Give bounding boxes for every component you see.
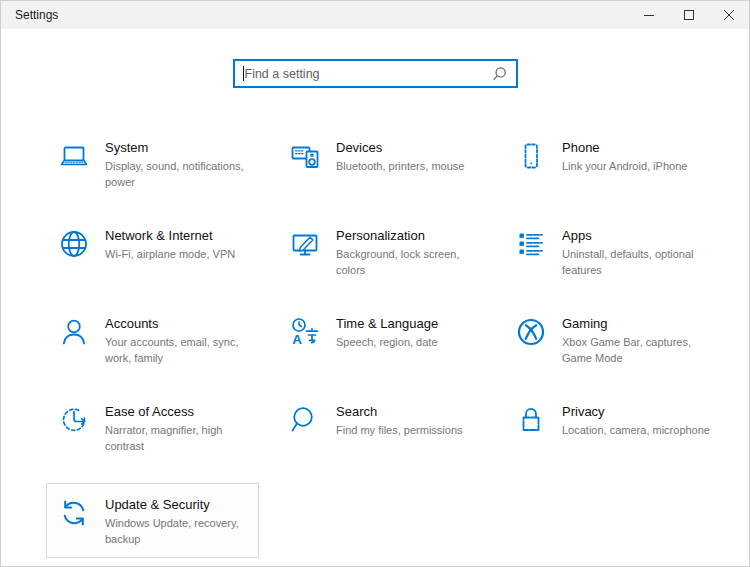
tile-subtitle: Background, lock screen, colors — [336, 247, 489, 278]
search-icon — [289, 404, 321, 436]
tile-title: Network & Internet — [105, 228, 258, 244]
tile-title: Time & Language — [336, 316, 489, 332]
tile-personalization[interactable]: Personalization Background, lock screen,… — [277, 219, 490, 295]
tile-subtitle: Your accounts, email, sync, work, family — [105, 335, 258, 366]
tile-subtitle: Bluetooth, printers, mouse — [336, 159, 489, 174]
tile-title: System — [105, 140, 258, 156]
tile-subtitle: Location, camera, microphone — [562, 423, 715, 438]
maximize-icon — [684, 10, 694, 20]
tile-subtitle: Windows Update, recovery, backup — [105, 516, 258, 547]
tile-title: Phone — [562, 140, 715, 156]
apps-icon — [515, 228, 547, 260]
search-area — [1, 59, 749, 88]
tile-phone[interactable]: Phone Link your Android, iPhone — [503, 131, 716, 207]
close-icon — [724, 10, 734, 20]
sync-icon — [58, 497, 90, 529]
tile-time-and-language[interactable]: A Time & Language Speech, region, date — [277, 307, 490, 383]
search-input[interactable] — [235, 61, 492, 86]
tile-subtitle: Xbox Game Bar, captures, Game Mode — [562, 335, 715, 366]
privacy-icon — [515, 404, 547, 436]
svg-text:A: A — [292, 332, 302, 347]
devices-icon — [289, 140, 321, 172]
tile-system[interactable]: System Display, sound, notifications, po… — [46, 131, 259, 207]
tile-update-and-security[interactable]: Update & Security Windows Update, recove… — [46, 483, 259, 558]
time-language-icon: A — [289, 316, 321, 348]
tile-gaming[interactable]: Gaming Xbox Game Bar, captures, Game Mod… — [503, 307, 716, 383]
tile-title: Gaming — [562, 316, 715, 332]
tile-title: Accounts — [105, 316, 258, 332]
tile-network-and-internet[interactable]: Network & Internet Wi-Fi, airplane mode,… — [46, 219, 259, 295]
window-controls — [629, 1, 749, 29]
tile-subtitle: Narrator, magnifier, high contrast — [105, 423, 258, 454]
tile-apps[interactable]: Apps Uninstall, defaults, optional featu… — [503, 219, 716, 295]
tile-ease-of-access[interactable]: Ease of Access Narrator, magnifier, high… — [46, 395, 259, 471]
text-caret — [243, 66, 244, 81]
titlebar: Settings — [1, 1, 749, 29]
tile-subtitle: Display, sound, notifications, power — [105, 159, 258, 190]
phone-icon — [515, 140, 547, 172]
personalization-icon — [289, 228, 321, 260]
search-box[interactable] — [233, 59, 518, 88]
tile-title: Apps — [562, 228, 715, 244]
tile-title: Personalization — [336, 228, 489, 244]
tile-subtitle: Uninstall, defaults, optional features — [562, 247, 715, 278]
maximize-button[interactable] — [669, 1, 709, 29]
tile-subtitle: Wi-Fi, airplane mode, VPN — [105, 247, 258, 262]
tile-privacy[interactable]: Privacy Location, camera, microphone — [503, 395, 716, 471]
tile-title: Privacy — [562, 404, 715, 420]
settings-tiles-grid: System Display, sound, notifications, po… — [46, 131, 749, 559]
tile-title: Devices — [336, 140, 489, 156]
tile-title: Search — [336, 404, 489, 420]
tile-search[interactable]: Search Find my files, permissions — [277, 395, 490, 471]
settings-window: Settings — [0, 0, 750, 567]
globe-icon — [58, 228, 90, 260]
minimize-icon — [644, 10, 654, 20]
search-magnifier-icon — [492, 66, 507, 81]
close-button[interactable] — [709, 1, 749, 29]
minimize-button[interactable] — [629, 1, 669, 29]
tile-subtitle: Find my files, permissions — [336, 423, 489, 438]
laptop-icon — [58, 140, 90, 172]
tile-subtitle: Speech, region, date — [336, 335, 489, 350]
tile-title: Ease of Access — [105, 404, 258, 420]
gaming-icon — [515, 316, 547, 348]
accounts-icon — [58, 316, 90, 348]
ease-of-access-icon — [58, 404, 90, 436]
window-title: Settings — [1, 8, 58, 22]
tile-accounts[interactable]: Accounts Your accounts, email, sync, wor… — [46, 307, 259, 383]
tile-subtitle: Link your Android, iPhone — [562, 159, 715, 174]
tile-title: Update & Security — [105, 497, 258, 513]
tile-devices[interactable]: Devices Bluetooth, printers, mouse — [277, 131, 490, 207]
